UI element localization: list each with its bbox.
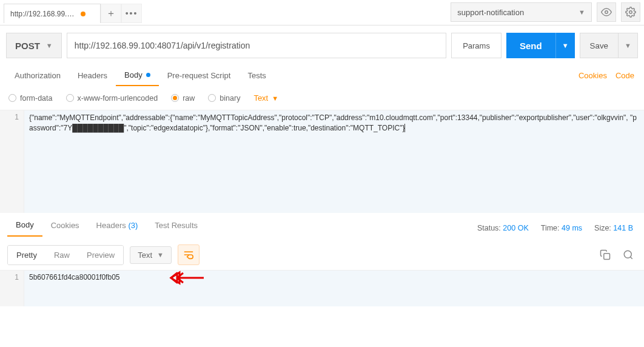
request-body-editor[interactable]: 1 {"name":"MyMQTTEndpoint","addressable"… [0, 110, 644, 213]
radio-binary[interactable]: binary [208, 94, 240, 103]
params-button[interactable]: Params [451, 33, 501, 58]
response-tab-headers[interactable]: Headers (3) [88, 221, 147, 236]
code-link[interactable]: Code [615, 71, 634, 80]
chevron-down-icon: ▼ [46, 42, 53, 49]
request-url-input[interactable]: http://192.168.99.100:48071/api/v1/regis… [67, 33, 446, 58]
radio-icon [66, 94, 74, 102]
editor-gutter: 1 [0, 110, 24, 213]
top-tab-bar: http://192.168.99.100: ＋ ••• support-not… [0, 0, 644, 25]
tab-authorization[interactable]: Authorization [6, 64, 69, 86]
cookies-link[interactable]: Cookies [579, 71, 607, 80]
chevron-down-icon: ▼ [562, 42, 569, 49]
request-builder-row: POST ▼ http://192.168.99.100:48071/api/v… [0, 25, 644, 64]
save-button[interactable]: Save [580, 33, 619, 58]
response-tab-body[interactable]: Body [7, 220, 42, 237]
request-config-tabs: Authorization Headers Body Pre-request S… [0, 64, 644, 86]
svg-line-4 [630, 257, 632, 258]
http-method-label: POST [15, 41, 40, 51]
response-body-editor[interactable]: 1 5b607661fd4ca80001f0fb05 [0, 270, 644, 306]
view-preview-button[interactable]: Preview [78, 246, 123, 264]
radio-icon [8, 94, 16, 102]
send-dropdown-button[interactable]: ▼ [555, 33, 575, 58]
tab-headers[interactable]: Headers [69, 64, 116, 86]
chevron-down-icon: ▼ [579, 8, 585, 16]
new-tab-button[interactable]: ＋ [101, 4, 121, 23]
response-meta: Status: 200 OK Time: 49 ms Size: 141 B [477, 224, 637, 232]
environment-quicklook-button[interactable] [597, 2, 616, 22]
send-button[interactable]: Send [506, 33, 555, 58]
response-tab-tests[interactable]: Test Results [146, 221, 206, 236]
view-raw-button[interactable]: Raw [45, 246, 78, 264]
tab-body[interactable]: Body [116, 64, 159, 86]
body-type-row: form-data x-www-form-urlencoded raw bina… [0, 86, 644, 106]
chevron-down-icon: ▼ [272, 95, 278, 102]
radio-form-data[interactable]: form-data [8, 94, 53, 103]
unsaved-dot-icon [81, 12, 86, 16]
copy-response-button[interactable] [597, 246, 614, 263]
copy-icon [600, 249, 611, 260]
size-value: 141 B [613, 224, 633, 232]
tab-prerequest-script[interactable]: Pre-request Script [159, 64, 240, 86]
radio-icon [208, 94, 216, 102]
request-tab[interactable]: http://192.168.99.100: [4, 4, 101, 23]
wrap-lines-icon [183, 250, 195, 260]
request-url-value: http://192.168.99.100:48071/api/v1/regis… [75, 41, 250, 50]
wrap-lines-button[interactable] [178, 244, 200, 265]
dot-indicator-icon [146, 73, 150, 77]
svg-point-3 [624, 251, 631, 258]
radio-raw[interactable]: raw [171, 94, 195, 103]
request-tab-title: http://192.168.99.100: [10, 10, 77, 18]
editor-content[interactable]: {"name":"MyMQTTEndpoint","addressable":{… [24, 110, 644, 213]
response-format-selector[interactable]: Text ▼ [130, 246, 172, 264]
svg-rect-2 [604, 254, 610, 260]
response-body-content[interactable]: 5b607661fd4ca80001f0fb05 [24, 271, 644, 306]
view-pretty-button[interactable]: Pretty [8, 246, 45, 264]
time-value: 49 ms [562, 224, 582, 232]
response-gutter: 1 [0, 271, 24, 306]
settings-button[interactable] [621, 2, 640, 22]
svg-point-0 [605, 11, 608, 14]
http-method-selector[interactable]: POST ▼ [6, 33, 62, 58]
search-response-button[interactable] [620, 246, 637, 263]
radio-xwww[interactable]: x-www-form-urlencoded [66, 94, 158, 103]
text-cursor-icon [404, 124, 405, 132]
raw-content-type-selector[interactable]: Text ▼ [253, 93, 278, 103]
eye-icon [601, 7, 612, 18]
svg-point-1 [629, 11, 632, 14]
gear-icon [625, 7, 636, 18]
tab-tests[interactable]: Tests [239, 64, 274, 86]
search-icon [623, 249, 634, 260]
environment-selector[interactable]: support-notification ▼ [451, 2, 592, 22]
tab-overflow-button[interactable]: ••• [121, 4, 142, 23]
chevron-down-icon: ▼ [157, 251, 164, 258]
radio-icon [171, 94, 179, 102]
environment-name: support-notification [457, 8, 524, 17]
response-toolbar: Pretty Raw Preview Text ▼ [0, 237, 644, 270]
status-value: 200 OK [503, 224, 528, 232]
chevron-down-icon: ▼ [625, 42, 631, 49]
response-tab-cookies[interactable]: Cookies [42, 221, 88, 236]
save-dropdown-button[interactable]: ▼ [619, 33, 638, 58]
response-tabs-row: Body Cookies Headers (3) Test Results St… [0, 213, 644, 237]
